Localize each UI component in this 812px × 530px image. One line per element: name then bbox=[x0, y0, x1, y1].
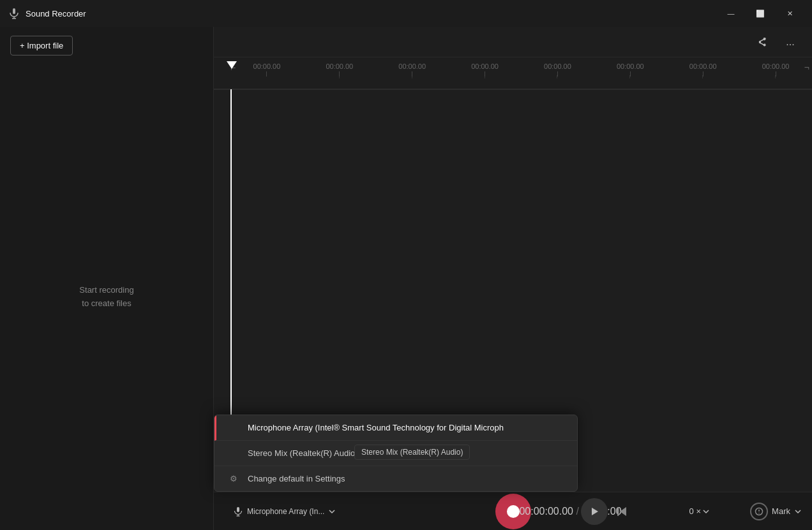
ruler-mark-2: 00:00.00 bbox=[376, 63, 449, 77]
content-area: ... 00:00.0000:00.0000:00.0000:00.0000:0… bbox=[214, 27, 812, 530]
window-controls: — ⬜ ✕ bbox=[716, 3, 804, 24]
speed-label: 0 × bbox=[689, 506, 701, 516]
dropdown-item-2[interactable]: ⚙Change default in Settings bbox=[214, 466, 577, 491]
ruler-mark-5: 00:00.00 bbox=[594, 63, 666, 77]
ruler-mark-7: 00:00.00 bbox=[739, 63, 812, 77]
svg-marker-7 bbox=[620, 507, 626, 516]
close-button[interactable]: ✕ bbox=[775, 3, 804, 24]
svg-rect-3 bbox=[237, 507, 239, 512]
skip-back-button[interactable] bbox=[610, 500, 633, 523]
more-options-button[interactable]: ... bbox=[779, 31, 802, 54]
waveform-divider bbox=[214, 89, 812, 90]
svg-point-11 bbox=[758, 512, 759, 513]
mic-selector[interactable]: Microphone Array (In... bbox=[227, 503, 342, 520]
svg-rect-8 bbox=[617, 507, 619, 516]
import-file-button[interactable]: + Import file bbox=[10, 36, 73, 55]
app-title: Sound Recorder bbox=[26, 9, 716, 18]
current-time: 00:00:00.00 bbox=[519, 506, 573, 517]
record-indicator bbox=[507, 505, 520, 518]
titlebar: Sound Recorder — ⬜ ✕ bbox=[0, 0, 812, 27]
ruler-mark-1: 00:00.00 bbox=[303, 63, 376, 77]
mark-label: Mark bbox=[772, 506, 790, 516]
ruler-mark-4: 00:00.00 bbox=[522, 63, 594, 77]
sidebar-toolbar: + Import file bbox=[0, 27, 213, 64]
bottom-bar: Microphone Array (In... 00:00:00.00 / 00… bbox=[214, 492, 812, 530]
mic-label: Microphone Array (In... bbox=[247, 507, 324, 516]
app-body: + Import file Start recording to create … bbox=[0, 27, 812, 530]
ruler-mark-6: 00:00.00 bbox=[666, 63, 739, 77]
dropdown-item-label-2: Change default in Settings bbox=[248, 474, 345, 483]
sidebar: + Import file Start recording to create … bbox=[0, 27, 214, 530]
sidebar-empty-line1: Start recording bbox=[79, 284, 133, 297]
svg-marker-6 bbox=[592, 508, 598, 515]
speed-control[interactable]: 0 × bbox=[689, 506, 710, 516]
playback-controls bbox=[581, 498, 633, 525]
ruler-mark-0: 00:00.00 bbox=[230, 63, 303, 77]
ruler-marks: 00:00.0000:00.0000:00.0000:00.0000:00.00… bbox=[230, 63, 812, 77]
content-toolbar: ... bbox=[214, 27, 812, 57]
ruler-mark-3: 00:00.00 bbox=[449, 63, 522, 77]
mic-tooltip: Stereo Mix (Realtek(R) Audio) bbox=[354, 445, 470, 460]
mark-control[interactable]: Mark bbox=[750, 503, 802, 520]
svg-rect-0 bbox=[13, 8, 15, 14]
timeline-ruler: 00:00.0000:00.0000:00.0000:00.0000:00.00… bbox=[214, 57, 812, 89]
minimize-button[interactable]: — bbox=[716, 3, 746, 24]
sidebar-empty-state: Start recording to create files bbox=[0, 64, 213, 530]
play-button[interactable] bbox=[581, 498, 608, 525]
mark-icon bbox=[750, 503, 768, 520]
dropdown-item-0[interactable]: Microphone Array (Intel® Smart Sound Tec… bbox=[214, 415, 577, 441]
bracket-right: ¬ bbox=[804, 63, 809, 73]
dropdown-item-label-1: Stereo Mix (Realtek(R) Audio) bbox=[248, 448, 358, 458]
app-icon bbox=[8, 7, 20, 20]
share-button[interactable] bbox=[751, 31, 774, 54]
dropdown-item-label-0: Microphone Array (Intel® Smart Sound Tec… bbox=[248, 423, 504, 432]
sidebar-empty-line2: to create files bbox=[82, 297, 131, 311]
dropdown-item-icon-2: ⚙ bbox=[227, 474, 240, 483]
maximize-button[interactable]: ⬜ bbox=[746, 3, 775, 24]
